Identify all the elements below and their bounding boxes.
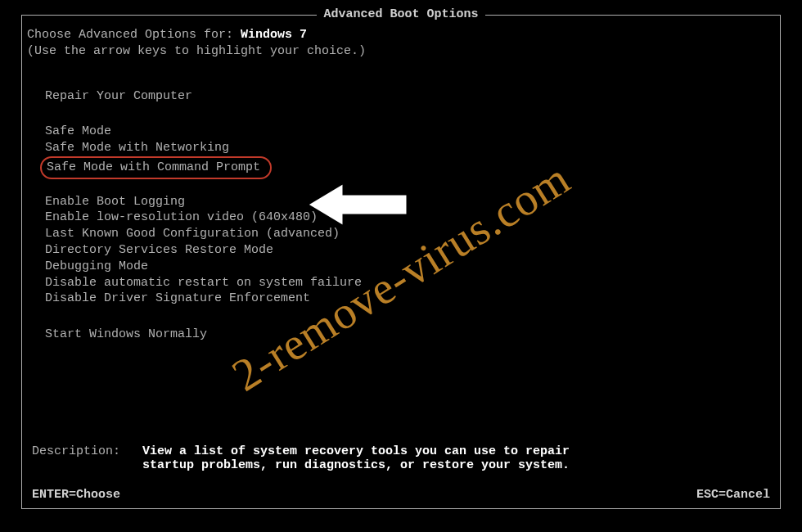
option-repair-your-computer[interactable]: Repair Your Computer: [45, 88, 775, 105]
option-safe-mode-networking[interactable]: Safe Mode with Networking: [45, 140, 775, 156]
prompt-line: Choose Advanced Options for: Windows 7: [27, 27, 775, 43]
option-debugging-mode[interactable]: Debugging Mode: [45, 259, 775, 275]
boot-options-frame: Advanced Boot Options Choose Advanced Op…: [21, 15, 781, 509]
option-safe-mode-command-prompt[interactable]: Safe Mode with Command Prompt: [45, 156, 775, 179]
options-list: Repair Your Computer Safe Mode Safe Mode…: [45, 88, 775, 344]
footer-enter: ENTER=Choose: [32, 488, 120, 502]
footer-esc: ESC=Cancel: [696, 488, 770, 502]
os-name: Windows 7: [241, 28, 307, 42]
highlighted-option-box: Safe Mode with Command Prompt: [40, 156, 272, 179]
screen-title: Advanced Boot Options: [317, 7, 484, 21]
option-disable-automatic-restart[interactable]: Disable automatic restart on system fail…: [45, 275, 775, 291]
option-disable-driver-signature[interactable]: Disable Driver Signature Enforcement: [45, 291, 775, 307]
instruction-line: (Use the arrow keys to highlight your ch…: [27, 43, 775, 60]
description-line-2: startup problems, run diagnostics, or re…: [142, 458, 570, 472]
option-start-windows-normally[interactable]: Start Windows Normally: [45, 327, 775, 343]
option-directory-services-restore[interactable]: Directory Services Restore Mode: [45, 242, 775, 259]
content-area: Choose Advanced Options for: Windows 7 (…: [27, 27, 775, 503]
description-label: Description:: [32, 444, 142, 458]
description-indent: [32, 458, 142, 472]
option-enable-boot-logging[interactable]: Enable Boot Logging: [45, 194, 775, 210]
option-last-known-good-configuration[interactable]: Last Known Good Configuration (advanced): [45, 226, 775, 242]
prompt-prefix: Choose Advanced Options for:: [27, 28, 241, 42]
option-low-resolution-video[interactable]: Enable low-resolution video (640x480): [45, 210, 775, 226]
option-safe-mode[interactable]: Safe Mode: [45, 124, 775, 140]
title-wrap: Advanced Boot Options: [22, 7, 780, 21]
description-block: Description: View a list of system recov…: [32, 444, 770, 472]
option-safe-mode-command-prompt-label: Safe Mode with Command Prompt: [47, 160, 260, 174]
description-line-1: View a list of system recovery tools you…: [142, 444, 570, 458]
footer-bar: ENTER=Choose ESC=Cancel: [32, 488, 770, 502]
